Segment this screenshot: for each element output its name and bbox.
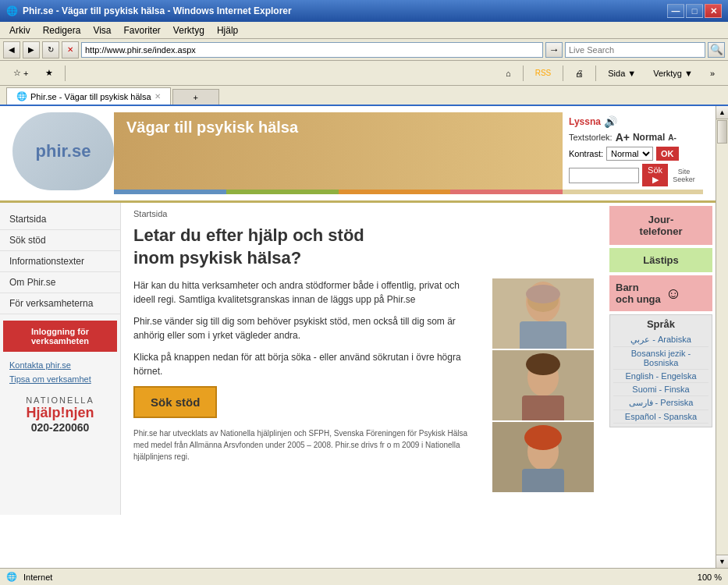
lastips-label: Lästips <box>643 254 679 266</box>
contrast-row: Kontrast: Normal Hög Låg OK <box>569 147 697 161</box>
nav-informationstexter[interactable]: Informationstexter <box>0 251 120 272</box>
menu-favoriter[interactable]: Favoriter <box>118 23 167 37</box>
scrollbar-track <box>716 144 728 555</box>
scrollbar-thumb[interactable] <box>717 120 727 144</box>
content-images <box>492 278 594 492</box>
address-input[interactable] <box>81 42 543 58</box>
sprak-bosniska[interactable]: Bosanski jezik - Bosniska <box>613 347 708 370</box>
hjalplinjen-label: NATIONELLA <box>9 395 111 405</box>
barn-label-1: Barn <box>616 282 661 293</box>
tools-label: Verktyg ▼ <box>653 69 693 78</box>
login-box[interactable]: Inloggning för verksamheten <box>3 321 117 352</box>
svg-point-12 <box>524 425 562 450</box>
lastips-box[interactable]: Lästips <box>609 248 712 272</box>
barn-text: Barn och unga <box>616 282 661 305</box>
svg-rect-7 <box>522 395 564 420</box>
rss-icon: RSS <box>535 69 552 77</box>
window-controls: — □ ✕ <box>667 4 722 18</box>
live-search-button[interactable]: 🔍 <box>708 42 725 58</box>
menu-verktyg[interactable]: Verktyg <box>167 23 211 37</box>
nav-om-phir[interactable]: Om Phir.se <box>0 272 120 293</box>
page-button[interactable]: Sida ▼ <box>601 63 643 83</box>
stop-button[interactable]: ✕ <box>62 41 79 58</box>
pink-bar <box>450 190 563 194</box>
maximize-button[interactable]: □ <box>686 4 703 18</box>
person-image-1 <box>492 278 594 349</box>
sprak-persiska[interactable]: فارسی - Persiska <box>613 396 708 410</box>
page-label: Sida ▼ <box>608 69 636 78</box>
forward-button[interactable]: ▶ <box>23 41 40 58</box>
tab-close-icon[interactable]: ✕ <box>154 92 161 101</box>
rss-button[interactable]: RSS <box>528 63 559 83</box>
toolbar: ☆ + ★ ⌂ RSS 🖨 Sida ▼ Verktyg ▼ » <box>0 61 728 86</box>
scrollbar-up-button[interactable]: ▲ <box>716 106 728 119</box>
new-tab-button[interactable]: + <box>172 89 219 105</box>
toolbar-right: ⌂ RSS 🖨 Sida ▼ Verktyg ▼ » <box>499 63 722 83</box>
speaker-icon: 🔊 <box>604 115 617 128</box>
footer-text: Phir.se har utvecklats av Nationella hjä… <box>133 427 483 463</box>
text-size-small-button[interactable]: A- <box>668 133 677 142</box>
hjalplinjen-phone: 020-220060 <box>9 421 111 434</box>
browser-viewport: phir.se Vägar till psykisk hälsa Lyssna … <box>0 106 728 568</box>
menu-visa[interactable]: Visa <box>87 23 117 37</box>
contact-link[interactable]: Kontakta phir.se <box>0 358 120 372</box>
sprak-arabiska[interactable]: عربي - Arabiska <box>613 333 708 347</box>
live-search-input[interactable] <box>565 42 705 58</box>
site-logo: phir.se <box>12 112 114 190</box>
contrast-select[interactable]: Normal Hög Låg <box>606 147 653 161</box>
close-button[interactable]: ✕ <box>705 4 722 18</box>
nav-startsida[interactable]: Startsida <box>0 209 120 230</box>
sprak-engelska[interactable]: English - Engelska <box>613 370 708 383</box>
sok-stod-button[interactable]: Sök stöd <box>133 386 217 418</box>
contrast-ok-button[interactable]: OK <box>656 147 679 161</box>
menu-hjälp[interactable]: Hjälp <box>211 23 244 37</box>
status-right: 100 % <box>698 573 722 582</box>
sprak-finska[interactable]: Suomi - Finska <box>613 383 708 396</box>
menu-bar: Arkiv Redigera Visa Favoriter Verktyg Hj… <box>0 22 728 39</box>
browser-tab[interactable]: 🌐 Phir.se - Vägar till psykisk hälsa ✕ <box>6 87 171 105</box>
site-search-button[interactable]: Sök ▶ <box>642 164 668 186</box>
toolbar-separator-2 <box>523 66 524 81</box>
sprak-title: Språk <box>613 318 708 330</box>
status-globe-icon: 🌐 <box>6 572 17 582</box>
sprak-box: Språk عربي - Arabiska Bosanski jezik - B… <box>609 314 712 427</box>
tools-button[interactable]: Verktyg ▼ <box>646 63 700 83</box>
menu-arkiv[interactable]: Arkiv <box>3 23 37 37</box>
refresh-button[interactable]: ↻ <box>42 41 59 58</box>
home-button[interactable]: ⌂ <box>499 63 518 83</box>
body-text-2: Phir.se vänder sig till dig som behöver … <box>133 314 483 342</box>
favorites-button[interactable]: ★ <box>38 63 60 83</box>
svg-rect-11 <box>522 469 564 492</box>
minimize-button[interactable]: — <box>667 4 684 18</box>
add-favorite-label: + <box>23 69 28 78</box>
menu-redigera[interactable]: Redigera <box>37 23 87 37</box>
listen-button[interactable]: Lyssna 🔊 <box>569 115 697 128</box>
nav-sok-stod[interactable]: Sök stöd <box>0 230 120 251</box>
jour-telefoner-box[interactable]: Jour- telefoner <box>609 206 712 245</box>
text-size-normal-button[interactable]: Normal <box>633 132 665 143</box>
vertical-scrollbar[interactable]: ▲ ▼ <box>716 106 728 568</box>
contrast-label: Kontrast: <box>569 149 603 158</box>
toolbar-chevron[interactable]: » <box>703 63 722 83</box>
back-button[interactable]: ◀ <box>3 41 20 58</box>
tab-title: Phir.se - Vägar till psykisk hälsa <box>30 92 151 101</box>
print-button[interactable]: 🖨 <box>568 63 591 83</box>
tipsa-link[interactable]: Tipsa om verksamhet <box>0 372 120 386</box>
hjalplinjen-brand: Hjälp!njen <box>9 405 111 421</box>
go-button[interactable]: → <box>545 42 563 58</box>
person-image-2 <box>492 350 594 420</box>
add-favorite-button[interactable]: ☆ + <box>6 63 35 83</box>
nav-verksamheterna[interactable]: För verksamheterna <box>0 293 120 314</box>
barn-unga-box[interactable]: Barn och unga ☺ <box>609 275 712 311</box>
toolbar-separator-1 <box>65 66 66 81</box>
site-search-label: Sök ▶ <box>647 165 663 185</box>
jour-label-1: Jour- <box>613 214 709 225</box>
barn-label-2: och unga <box>616 293 661 305</box>
new-tab-icon: + <box>193 93 197 102</box>
text-size-large-button[interactable]: A+ <box>616 131 630 144</box>
blue-bar <box>114 190 226 194</box>
sprak-spanska[interactable]: Español - Spanska <box>613 410 708 424</box>
site-search-input[interactable] <box>569 168 639 183</box>
scrollbar-down-button[interactable]: ▼ <box>716 555 728 568</box>
main-headline: Letar du efter hjälp och stöd inom psyki… <box>133 225 594 269</box>
